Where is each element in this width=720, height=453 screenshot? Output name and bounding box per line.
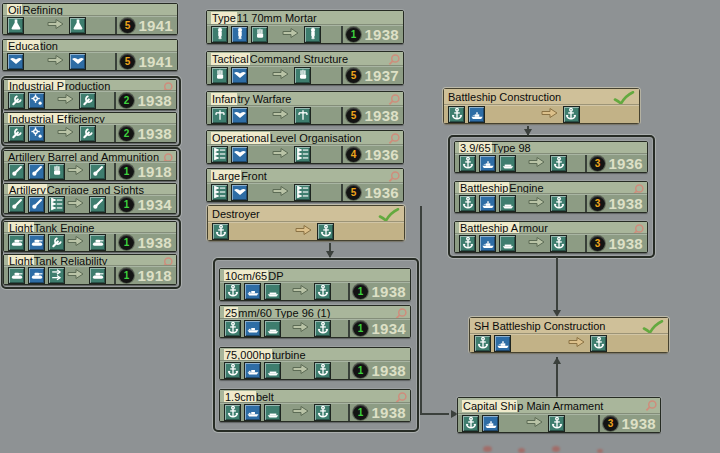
ship-icon	[264, 283, 281, 300]
component-icons	[8, 92, 45, 109]
magnifier-icon[interactable]	[387, 132, 401, 145]
magnifier-icon[interactable]	[631, 223, 645, 234]
year-label: 1937	[361, 67, 399, 84]
tech-item-oil-refining[interactable]: Oil Refining51941	[2, 3, 178, 35]
result-section	[516, 194, 579, 212]
component-icons	[224, 320, 281, 337]
magnifier-icon[interactable]	[160, 81, 174, 91]
tech-item-destroyer[interactable]: Destroyer	[207, 205, 405, 241]
component-icons	[224, 404, 281, 421]
tech-item-type-11-70mm-mortar[interactable]: Type 11 70mm Mortar11938	[206, 10, 404, 44]
difficulty-badge: 5	[346, 185, 361, 200]
anchor-icon	[448, 106, 465, 123]
tech-components-row: 31938	[455, 234, 647, 252]
research-arrow-icon	[568, 334, 585, 352]
magnifier-icon[interactable]	[160, 152, 174, 162]
magnifier-icon[interactable]	[394, 307, 408, 319]
difficulty-badge: 1	[119, 235, 134, 250]
divider	[598, 415, 600, 432]
tech-item-industrial-production[interactable]: Industrial Production21938	[3, 79, 177, 110]
magnifier-icon[interactable]	[387, 170, 401, 183]
tech-components-row	[208, 222, 404, 240]
tech-components-row: 11938	[220, 403, 410, 421]
tech-item-artillery-carriage-and-sights[interactable]: Artillery Carriage and Sights11934	[3, 183, 177, 214]
research-arrow-icon	[292, 282, 309, 300]
year-label: 1938	[134, 92, 172, 109]
tech-title-highlight: Light	[8, 255, 34, 266]
tech-item-sh-battleship-construction[interactable]: SH Battleship Construction	[469, 317, 669, 353]
magnifier-icon[interactable]	[631, 183, 645, 194]
ship-icon	[264, 320, 281, 337]
destroyership-icon	[244, 362, 261, 379]
hand-icon	[294, 67, 311, 84]
tech-title-text: ficiency	[68, 113, 105, 124]
component-icons	[7, 17, 24, 34]
research-arrow-icon	[67, 162, 84, 180]
tech-item-light-tank-reliability[interactable]: Light Tank Reliability11918	[3, 254, 177, 285]
magnifier-icon[interactable]	[160, 256, 174, 266]
tech-item-education[interactable]: Education51941	[2, 39, 178, 71]
component-icons	[462, 415, 499, 432]
tech-item-industrial-efficiency[interactable]: Industrial Efficiency21938	[3, 112, 177, 143]
tech-item-25mm-60-type-96-1[interactable]: 25 mm/60 Type 96 (1)11934	[219, 305, 411, 338]
tech-item-battleship-construction[interactable]: Battleship Construction	[443, 88, 640, 124]
gears-icon	[28, 92, 45, 109]
anchor-icon	[563, 106, 580, 123]
anchor-icon	[224, 283, 241, 300]
tech-item-3-9-65-type-98[interactable]: 3.9/65 Type 9831936	[454, 141, 648, 173]
tech-title-highlight: Light	[8, 222, 34, 233]
component-icons	[8, 163, 65, 180]
gears-icon	[28, 125, 45, 142]
artillery-icon	[8, 196, 25, 213]
year-label: 1934	[368, 320, 406, 337]
result-section	[281, 319, 342, 337]
tech-item-light-tank-engine[interactable]: Light Tank Engine11938	[3, 221, 177, 252]
tech-item-artillery-barrel-and-ammunition[interactable]: Artillery Barrel and Ammunition11918	[3, 150, 177, 181]
tech-item-battleship-engine[interactable]: Battleship Engine31938	[454, 181, 648, 213]
result-section	[499, 414, 592, 432]
connector-arrow-down	[524, 129, 532, 136]
tech-title-text: Tank Engine	[34, 222, 95, 233]
year-label: 1936	[361, 146, 399, 163]
tech-item-1-9cm-belt[interactable]: 1.9cm belt11938	[219, 389, 411, 422]
tech-item-operational-level-organisation[interactable]: Operational Level Organisation41936	[206, 130, 404, 164]
difficulty-badge: 1	[353, 363, 368, 378]
tech-title: Operational Level Organisation	[207, 131, 403, 145]
component-icons	[211, 67, 248, 84]
tech-item-capital-ship-main-armament[interactable]: Capital Ship Main Armament31938	[457, 397, 661, 433]
tech-item-75000hp-turbine[interactable]: 75,000hp turbine11938	[219, 347, 411, 380]
destroyership-icon	[244, 404, 261, 421]
tech-title: Large Front	[207, 169, 403, 183]
result-section	[24, 16, 109, 34]
research-arrow-icon	[272, 183, 289, 201]
tech-item-10cm-65-dp[interactable]: 10cm/65 DP11938	[219, 268, 411, 301]
tech-item-infantry-warfare[interactable]: Infantry Warfare51938	[206, 91, 404, 125]
tank-icon	[89, 234, 106, 251]
magnifier-icon[interactable]	[394, 391, 408, 403]
tech-title-text: try Warfare	[237, 93, 291, 105]
flask-icon	[69, 17, 86, 34]
tank-icon	[8, 267, 25, 284]
tech-item-large-front[interactable]: Large Front51936	[206, 168, 404, 202]
component-icons	[224, 283, 281, 300]
year-label: 1936	[361, 184, 399, 201]
magnifier-icon[interactable]	[387, 93, 401, 106]
tech-item-battleship-armour[interactable]: Battleship Armour31938	[454, 221, 648, 253]
anchor-icon	[550, 235, 567, 252]
difficulty-year-section: 11934	[344, 320, 406, 337]
difficulty-year-section: 11938	[337, 26, 399, 43]
ship-icon	[499, 155, 516, 172]
tech-item-tactical-command-structure[interactable]: Tactical Command Structure51937	[206, 51, 404, 85]
battleship-icon	[482, 415, 499, 432]
anchor-icon	[314, 320, 331, 337]
tech-components-row: 11938	[220, 361, 410, 379]
research-arrow-icon	[67, 266, 84, 284]
tech-title-highlight: Artillery	[8, 184, 47, 195]
year-label: 1938	[605, 195, 643, 212]
research-arrow-icon	[292, 319, 309, 337]
magnifier-icon[interactable]	[644, 399, 658, 414]
difficulty-year-section: 11938	[110, 234, 172, 251]
magnifier-icon[interactable]	[387, 53, 401, 66]
research-arrow-icon	[67, 233, 84, 251]
tech-components-row	[444, 105, 639, 123]
